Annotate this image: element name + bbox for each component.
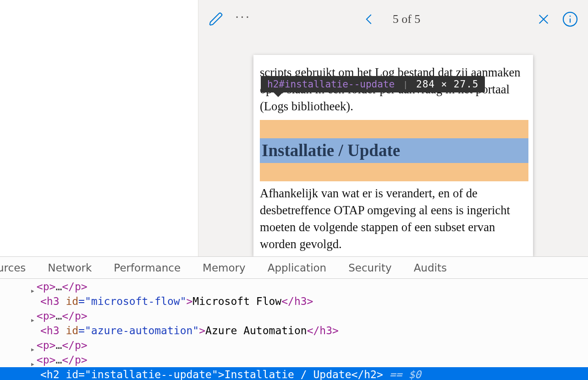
tab-security[interactable]: Security	[348, 262, 391, 274]
ellipsis-icon: ···	[235, 9, 251, 29]
preview-toolbar: ··· 5 of 5	[198, 0, 588, 38]
pencil-icon	[209, 11, 224, 27]
chevron-left-icon	[363, 10, 376, 28]
dom-node-selected[interactable]: <h2 id="installatie--update">Installatie…	[0, 367, 588, 380]
info-button[interactable]	[558, 7, 583, 32]
highlighted-heading: Installatie / Update	[260, 138, 528, 163]
preview-panel: ··· 5 of 5 h2#installatie--update | 284 …	[198, 0, 588, 256]
highlight-margin-top	[260, 120, 528, 138]
dom-tree[interactable]: <p>…</p> <h3 id="microsoft-flow">Microso…	[0, 279, 588, 380]
dom-node[interactable]: <p>…</p>	[0, 279, 588, 294]
devtools-tabs: urces Network Performance Memory Applica…	[0, 257, 588, 279]
dom-node[interactable]: <h3 id="azure-automation">Azure Automati…	[0, 323, 588, 338]
dom-node[interactable]: <p>…</p>	[0, 338, 588, 353]
document-viewport[interactable]: h2#installatie--update | 284 × 27.5 scri…	[198, 38, 588, 256]
close-preview-button[interactable]	[531, 7, 556, 32]
tooltip-dimensions: 284 × 27.5	[416, 79, 478, 90]
close-icon	[536, 12, 551, 27]
dom-node[interactable]: <h3 id="microsoft-flow">Microsoft Flow</…	[0, 294, 588, 309]
tab-network[interactable]: Network	[48, 262, 92, 274]
edit-button[interactable]	[204, 7, 229, 32]
document-paragraph: Afhankelijk van wat er is verandert, en …	[260, 185, 528, 253]
heading-text: Installatie / Update	[262, 141, 400, 160]
tooltip-sep: |	[403, 80, 408, 89]
tab-sources[interactable]: urces	[0, 262, 26, 274]
inspector-tooltip: h2#installatie--update | 284 × 27.5	[261, 76, 485, 92]
tooltip-selector: h2#installatie--update	[267, 79, 395, 90]
page-counter: 5 of 5	[384, 12, 430, 26]
document-page: h2#installatie--update | 284 × 27.5 scri…	[253, 55, 533, 256]
devtools-panel: urces Network Performance Memory Applica…	[0, 256, 588, 380]
info-icon	[562, 11, 578, 27]
svg-point-4	[570, 16, 571, 17]
editor-gutter	[0, 0, 198, 256]
tab-performance[interactable]: Performance	[114, 262, 181, 274]
tab-memory[interactable]: Memory	[203, 262, 246, 274]
highlight-margin-bottom	[260, 163, 528, 181]
more-menu-button[interactable]: ···	[231, 7, 255, 32]
dom-node[interactable]: <p>…</p>	[0, 309, 588, 323]
tab-audits[interactable]: Audits	[414, 262, 447, 274]
dom-node[interactable]: <p>…</p>	[0, 353, 588, 367]
prev-page-button[interactable]	[357, 7, 382, 32]
tab-application[interactable]: Application	[268, 262, 327, 274]
